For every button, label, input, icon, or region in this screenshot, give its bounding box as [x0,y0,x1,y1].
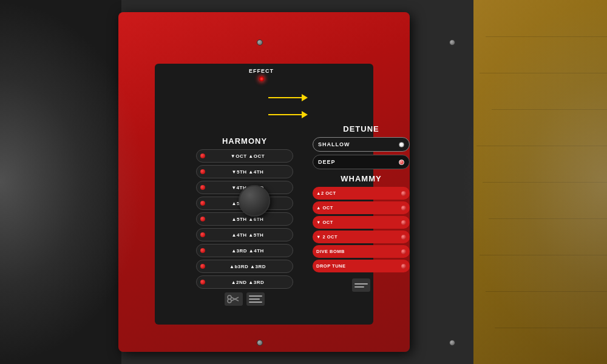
whammy-title: WHAMMY [313,174,410,183]
detune-deep-indicator [399,160,404,165]
whammy-btn-dive-bomb[interactable]: DIVE BOMB [313,245,410,258]
screw-bl [257,340,263,346]
harmony-btn-4th-5th[interactable]: ▲4TH ▲5TH [196,228,293,241]
whammy-btn-label: ▲ OCT [316,205,333,211]
harmony-btn-dot [200,153,205,158]
detune-btn-shallow[interactable]: SHALLOW [313,137,410,152]
harmony-btn-dot [200,169,205,174]
detune-title: DETUNE [313,124,410,133]
whammy-btn-label: ▲2 OCT [316,190,336,196]
shallow-arrow-annotation [268,94,308,101]
whammy-btn-label: DROP TUNE [316,263,346,269]
whammy-btn-2oct-down[interactable]: ▼ 2 OCT [313,231,410,243]
harmony-btn-label: ▲3RD ▲4TH [206,248,289,254]
harmony-btn-b3rd-3rd[interactable]: ▲b3RD ▲3RD [196,260,293,273]
detune-shallow-indicator [399,142,404,147]
deep-arrowhead [302,111,308,118]
effect-label: EFFECT [249,68,274,74]
harmony-btn-5th-4th[interactable]: ▼5TH ▲4TH [196,165,293,178]
whammy-btn-dot [401,249,406,254]
svg-point-1 [228,299,231,303]
detune-btn-deep[interactable]: DEEP [313,155,410,169]
harmony-btn-dot [200,232,205,237]
harmony-btn-oct-oct[interactable]: ▼OCT ▲OCT [196,149,293,163]
harmony-btn-label: ▲5TH ▲6TH [206,217,289,222]
harmony-btn-dot [200,280,205,285]
harmony-btn-dot [200,201,205,206]
whammy-btn-dot [401,264,406,269]
whammy-btn-label: DIVE BOMB [316,249,345,254]
whammy-btn-dot [401,220,406,225]
harmony-btn-dot [200,264,205,269]
harmony-btn-label: ▲4TH ▲5TH [206,232,289,238]
shallow-arrow-line [268,97,302,98]
harmony-btn-label: ▼5TH ▲4TH [206,169,289,175]
harmony-icon-2 [246,292,265,306]
harmony-btn-2nd-3rd[interactable]: ▲2ND ▲3RD [196,275,293,289]
detune-whammy-section: DETUNE SHALLOW DEEP WHAMMY ▲2 OCT ▲ OCT [313,124,410,292]
whammy-btn-oct-down[interactable]: ▼ OCT [313,216,410,229]
screw-tl [257,39,263,46]
whammy-btn-oct-up[interactable]: ▲ OCT [313,201,410,214]
deep-arrow-annotation [268,111,308,118]
shallow-arrowhead [302,94,308,101]
whammy-btn-dot [401,191,406,196]
screw-tr [449,39,455,46]
harmony-icon-1 [225,292,243,306]
harmony-btn-5th-6th[interactable]: ▲5TH ▲6TH [196,212,293,226]
svg-point-0 [228,295,231,299]
smoke-left [0,0,146,364]
screw-br [449,340,455,346]
smoke-right [461,0,607,364]
whammy-btn-dot [401,235,406,240]
whammy-btn-drop-tune[interactable]: DROP TUNE [313,260,410,272]
harmony-btn-dot [200,217,205,221]
harmony-btn-label: ▲2ND ▲3RD [206,280,289,285]
whammy-btn-label: ▼ 2 OCT [316,234,337,240]
whammy-icon [352,278,370,292]
deep-arrow-line [268,114,302,115]
whammy-btn-2oct-up[interactable]: ▲2 OCT [313,187,410,200]
detune-deep-label: DEEP [318,159,336,165]
harmony-btn-dot [200,248,205,253]
harmony-btn-3rd-4th[interactable]: ▲3RD ▲4TH [196,244,293,257]
harmony-btn-label: ▲b3RD ▲3RD [206,264,289,269]
harmony-title: HARMONY [196,136,293,146]
effect-header: EFFECT [249,68,274,81]
whammy-btn-label: ▼ OCT [316,220,333,225]
harmony-btn-label: ▼OCT ▲OCT [206,153,289,159]
harmony-section: HARMONY ▼OCT ▲OCT ▼5TH ▲4TH ▼4TH ▲3RD ▲5… [196,136,293,306]
whammy-btn-dot [401,206,406,211]
scene: HARMONY ▼OCT ▲OCT ▼5TH ▲4TH ▼4TH ▲3RD ▲5… [0,0,607,364]
pedal-body: HARMONY ▼OCT ▲OCT ▼5TH ▲4TH ▼4TH ▲3RD ▲5… [118,12,410,352]
harmony-btn-dot [200,185,205,190]
detune-shallow-label: SHALLOW [318,141,350,147]
main-knob[interactable] [239,185,270,217]
effect-led [259,76,264,81]
